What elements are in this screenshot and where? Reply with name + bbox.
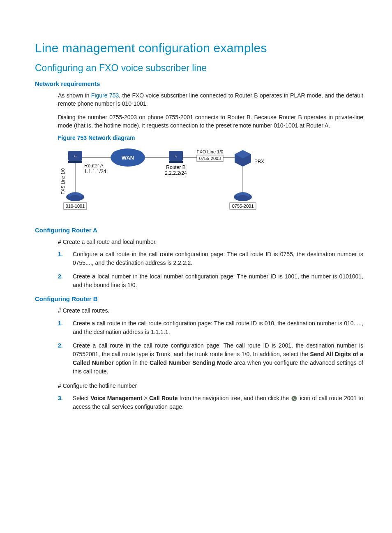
steps-router-b-cont: Select Voice Management > Call Route fro… [58,394,363,411]
list-item: Create a call route in the call route co… [58,319,363,336]
steps-router-a: Configure a call route in the call route… [58,250,363,290]
phone-right-num: 0755-2001 [232,204,254,209]
steps-router-b: Create a call route in the call route co… [58,319,363,376]
fxs-line-label: FXS Line 1/0 [60,168,65,195]
heading-config-router-a: Configuring Router A [35,227,363,234]
list-item: Create a local number in the local numbe… [58,272,363,290]
bold-text: Called Number Sending Mode [150,359,232,366]
router-b-label: Router B [166,165,185,170]
heading-2: Configuring an FXO voice subscriber line [35,63,363,74]
para-netreq-2: Dialing the number 0755-2003 on phone 07… [58,113,363,130]
router-a-label: Router A [84,163,104,169]
heading-1: Line management configuration examples [35,41,363,55]
comment-line: # Create a call route and local number. [58,238,363,246]
comment-line: # Configure the hotline number [58,382,363,390]
text: from the navigation tree, and then click… [178,395,291,401]
phone-right-icon [234,192,252,201]
svg-text:⇆: ⇆ [74,155,77,158]
list-item: Create a call route in the call route co… [58,341,363,376]
heading-config-router-b: Configuring Router B [35,295,363,302]
network-diagram: WAN ⇆ Router A 1.1.1.1/24 ⇆ Router B 2.2… [58,144,276,218]
figure-link[interactable]: Figure 753 [91,92,119,99]
router-b-icon: ⇆ [169,151,183,163]
router-a-icon: ⇆ [68,151,82,163]
fxo-num: 0755-2003 [199,156,221,161]
bold-text: Call Route [149,395,178,401]
pbx-label: PBX [254,159,264,165]
svg-text:⇆: ⇆ [175,155,178,158]
pbx-icon [235,150,251,167]
text: As shown in [58,92,91,99]
heading-network-requirements: Network requirements [35,80,363,87]
list-item: Select Voice Management > Call Route fro… [58,394,363,411]
text: Select [73,395,90,401]
wan-label: WAN [122,155,134,161]
text: > [142,395,149,401]
phone-left-num: 010-1001 [66,204,85,209]
bold-text: Voice Management [90,395,142,401]
para-netreq-1: As shown in Figure 753, the FXO voice su… [58,91,363,108]
router-b-ip: 2.2.2.2/24 [165,170,187,176]
fxo-line-label: FXO Line 1/0 [197,149,224,154]
figure-label: Figure 753 Network diagram [58,134,363,141]
phone-left-icon [66,192,84,201]
text: option in the [114,359,150,366]
router-a-ip: 1.1.1.1/24 [84,169,106,174]
call-services-icon [291,396,297,401]
list-item: Configure a call route in the call route… [58,250,363,267]
comment-line: # Create call routes. [58,306,363,315]
svg-rect-14 [169,161,183,163]
svg-rect-11 [68,161,82,163]
svg-point-23 [292,396,297,401]
